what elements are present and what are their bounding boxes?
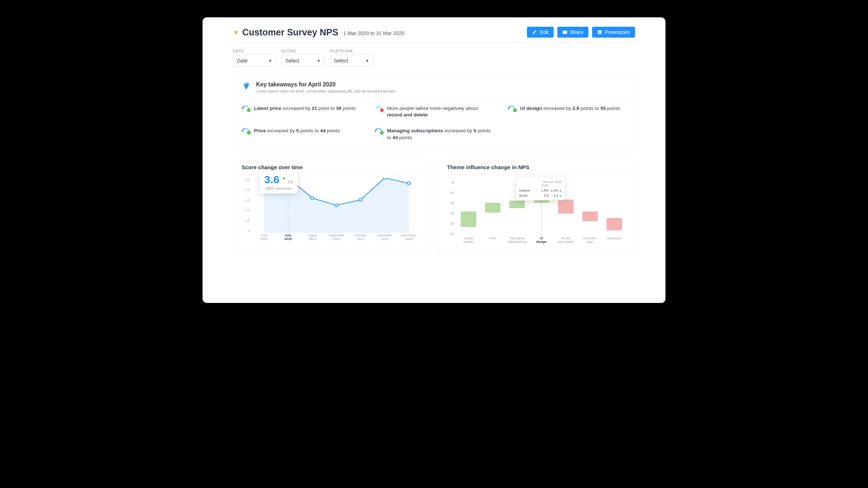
bar <box>558 200 574 214</box>
x-label: Price <box>481 236 505 247</box>
date-range: 1 Mar 2020 to 31 Mar 2020 <box>343 30 404 36</box>
pencil-icon <box>532 30 537 35</box>
svg-point-10 <box>311 197 314 200</box>
x-label: November2019 <box>373 234 397 243</box>
svg-point-11 <box>335 204 338 207</box>
filter-date: DATE Date ▼ <box>233 49 276 67</box>
mail-icon <box>562 30 567 35</box>
chart2-plot: 706050403020 Mar 2020 Apr 2020 Volume1.5… <box>447 178 626 247</box>
filter-date-value: Date <box>237 58 248 64</box>
chart2-yticks: 706050403020 <box>447 181 454 236</box>
ppt-label: Powerpoint <box>605 29 630 35</box>
bar <box>461 211 476 227</box>
chart1-yticks: 3.02.51.51.00.50 <box>242 178 250 233</box>
svg-marker-3 <box>243 84 249 90</box>
svg-point-14 <box>407 182 410 185</box>
tooltip-delta: 0.6 <box>288 180 293 184</box>
bar-column <box>481 181 505 236</box>
filter-score-value: Select <box>285 58 299 64</box>
share-button[interactable]: Share <box>557 27 588 38</box>
bar <box>607 218 622 230</box>
filter-platform: PLATFORM Select ▼ <box>330 49 373 67</box>
arrow-up-icon: ▲ <box>282 175 286 180</box>
chevron-down-icon: ▼ <box>268 59 272 63</box>
filter-score-label: SCORE <box>281 49 325 53</box>
tooltip-responses: 3450 responses <box>263 187 294 191</box>
svg-point-12 <box>359 198 362 201</box>
svg-text:P: P <box>599 31 601 34</box>
filter-bar: DATE Date ▼ SCORE Select ▼ PLATFORM Sele… <box>233 43 635 74</box>
page-header: ★ Customer Survey NPS 1 Mar 2020 to 31 M… <box>233 17 635 43</box>
bar <box>485 203 501 213</box>
filter-platform-select[interactable]: Select ▼ <box>330 55 373 67</box>
edit-label: Edit <box>540 29 548 35</box>
bar-column <box>456 181 481 236</box>
diamond-icon <box>242 81 251 91</box>
filter-date-select[interactable]: Date ▼ <box>233 55 276 67</box>
takeaway-item <box>508 128 626 141</box>
x-label: customertype <box>578 236 602 247</box>
takeaways-title: Key takeaways for April 2020 <box>256 81 396 88</box>
takeaway-item: –More people talked more negatively abou… <box>375 105 493 118</box>
edit-button[interactable]: Edit <box>527 27 553 38</box>
x-label: June2019 <box>252 234 276 243</box>
theme-influence-card: Theme influence change in NPS 7060504030… <box>438 157 635 254</box>
header-actions: Edit Share P Powerpoint <box>527 27 635 38</box>
chart1-plot: 3.02.51.51.00.50 3.6 ▲ 0.6 3450 response… <box>242 178 421 243</box>
chart1-tooltip: 3.6 ▲ 0.6 3450 responses <box>260 171 298 193</box>
gauge-icon: + <box>508 105 516 111</box>
takeaways-grid: +Latest price increased by 21 point to 3… <box>242 99 626 141</box>
page-title: Customer Survey NPS <box>242 27 338 38</box>
charts-row: Score change over time 3.02.51.51.00.50 … <box>233 157 635 254</box>
x-label: July2019 <box>276 234 300 243</box>
star-icon[interactable]: ★ <box>233 28 239 36</box>
takeaway-item: +Latest price increased by 21 point to 3… <box>242 105 360 118</box>
x-label: December2019 <box>397 234 421 243</box>
chart1-xaxis: June2019July2019August2019September2019O… <box>252 234 421 243</box>
chart2-title: Theme influence change in NPS <box>447 164 626 174</box>
takeaways-card: Key takeaways for April 2020 Lorem ipsum… <box>233 74 635 148</box>
bar-column <box>578 181 602 236</box>
takeaway-item: +Managing subscriptions increased by 5 p… <box>375 128 493 141</box>
tooltip-col1: Mar 2020 <box>535 180 549 187</box>
filter-platform-value: Select <box>334 58 348 64</box>
x-label: UIdesign <box>529 236 553 247</box>
x-label: September2019 <box>324 234 349 243</box>
filter-score: SCORE Select ▼ <box>281 49 325 67</box>
takeaway-item: +UI design increased by 2.9 points to 55… <box>508 105 626 118</box>
dashboard-frame: ★ Customer Survey NPS 1 Mar 2020 to 31 M… <box>203 17 665 303</box>
score-change-card: Score change over time 3.02.51.51.00.50 … <box>233 157 430 254</box>
svg-rect-7 <box>376 106 381 109</box>
powerpoint-icon: P <box>597 30 602 35</box>
x-label: August2019 <box>300 234 324 243</box>
filter-platform-label: PLATFORM <box>330 49 373 53</box>
tooltip-value: 3.6 <box>264 174 280 186</box>
gauge-icon: + <box>242 128 250 133</box>
tooltip-col2: Apr 2020 <box>549 180 562 187</box>
takeaways-subtitle: Lorem ipsum dolor sit amet, consectetur … <box>256 89 396 93</box>
svg-rect-0 <box>562 31 567 34</box>
filter-score-select[interactable]: Select ▼ <box>281 55 325 67</box>
chat-icon: – <box>375 105 383 111</box>
bar <box>582 211 598 221</box>
bar <box>509 201 525 208</box>
gauge-icon: + <box>242 105 250 111</box>
powerpoint-button[interactable]: P Powerpoint <box>592 27 635 38</box>
chart2-tooltip: Mar 2020 Apr 2020 Volume1.5%1.5%▲Score2.… <box>516 178 565 200</box>
takeaway-item: +Price increased by 5 points to 44 point… <box>242 128 360 141</box>
x-label: Latestupdate <box>456 236 481 247</box>
chevron-down-icon: ▼ <box>317 59 321 63</box>
x-label: October2019 <box>348 234 373 243</box>
x-label: ManagingSubscriptions <box>505 236 529 247</box>
svg-point-13 <box>383 178 386 179</box>
x-label: recordand delete <box>554 236 578 247</box>
filter-date-label: DATE <box>233 49 276 53</box>
gauge-icon: + <box>375 128 383 133</box>
chart2-xaxis: LatestupdatePriceManagingSubscriptionsUI… <box>456 236 626 247</box>
chevron-down-icon: ▼ <box>365 59 369 63</box>
bar-column <box>602 181 626 236</box>
share-label: Share <box>570 29 583 35</box>
x-label: password <box>602 236 626 247</box>
